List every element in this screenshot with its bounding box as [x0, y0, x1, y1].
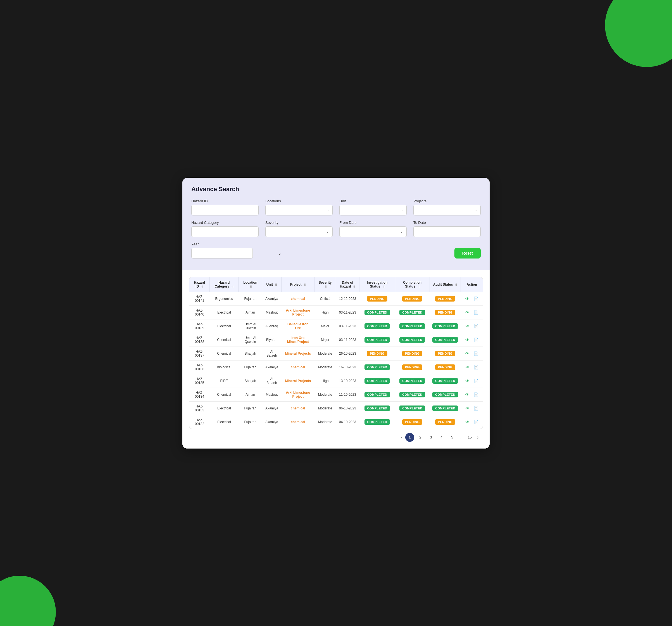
document-icon[interactable]: 📄 [473, 391, 480, 398]
view-icon[interactable]: 👁 [464, 364, 471, 371]
cell-hazard-id: HAZ-00134 [189, 388, 210, 401]
project-link[interactable]: Bailadila Iron Ore [287, 322, 308, 330]
cell-hazard-category: Chemical [210, 347, 239, 360]
view-icon[interactable]: 👁 [464, 405, 471, 412]
project-link[interactable]: chemical [291, 365, 305, 369]
view-icon[interactable]: 👁 [464, 309, 471, 316]
cell-severity: Major [314, 333, 336, 347]
search-title: Advance Search [191, 186, 481, 193]
cell-completion-status: COMPLETED [395, 333, 430, 347]
document-icon[interactable]: 📄 [473, 295, 480, 302]
prev-page-button[interactable]: ‹ [400, 435, 404, 440]
projects-select[interactable]: ⌄ [413, 205, 481, 215]
hazard-category-input[interactable] [191, 226, 259, 237]
sort-icon-severity[interactable]: ⇅ [325, 285, 327, 288]
cell-date: 06-10-2023 [336, 401, 359, 415]
project-link[interactable]: chemical [291, 297, 305, 301]
cell-completion-status: PENDING [395, 360, 430, 374]
cell-date: 03-11-2023 [336, 333, 359, 347]
page-3-button[interactable]: 3 [427, 433, 435, 442]
page-2-button[interactable]: 2 [416, 433, 425, 442]
cell-unit: Akamiya [262, 415, 281, 429]
project-link[interactable]: Arki Limestone Project [286, 308, 310, 316]
sort-icon-hazard-id[interactable]: ⇅ [201, 285, 203, 288]
view-icon[interactable]: 👁 [464, 418, 471, 426]
hazard-id-input[interactable] [191, 205, 259, 215]
project-link[interactable]: Iron Ore Mines/Project [287, 336, 309, 344]
page-4-button[interactable]: 4 [437, 433, 446, 442]
deco-circle-bottom [0, 576, 56, 626]
table-row: HAZ-00137 Chemical Sharjah Al Bataeh Min… [189, 347, 483, 360]
project-link[interactable]: chemical [291, 406, 305, 410]
project-link[interactable]: chemical [291, 420, 305, 424]
cell-hazard-category: FIRE [210, 374, 239, 388]
document-icon[interactable]: 📄 [473, 323, 480, 330]
severity-label: Severity [265, 221, 333, 225]
severity-select[interactable]: ⌄ [265, 226, 333, 237]
cell-completion-status: COMPLETED [395, 401, 430, 415]
locations-select[interactable]: ⌄ [265, 205, 333, 215]
unit-arrow: ⌄ [400, 208, 403, 212]
cell-unit: Masfout [262, 388, 281, 401]
sort-icon-completion[interactable]: ⇅ [417, 285, 419, 288]
locations-arrow: ⌄ [326, 208, 329, 212]
status-badge: COMPLETED [400, 392, 425, 397]
sort-icon-audit[interactable]: ⇅ [455, 283, 457, 286]
cell-project: Bailadila Iron Ore [281, 319, 314, 333]
cell-location: Fujairah [239, 292, 262, 305]
table-row: HAZ-00138 Chemical Umm Al Quwain Biyatah… [189, 333, 483, 347]
document-icon[interactable]: 📄 [473, 405, 480, 412]
view-icon[interactable]: 👁 [464, 350, 471, 357]
cell-date: 11-10-2023 [336, 388, 359, 401]
table-section: Hazard ID ⇅ Hazard Category ⇅ Location ⇅… [183, 270, 489, 448]
document-icon[interactable]: 📄 [473, 350, 480, 357]
from-date-arrow: ⌄ [400, 230, 403, 234]
view-icon[interactable]: 👁 [464, 336, 471, 344]
cell-unit: Biyatah [262, 333, 281, 347]
sort-icon-date[interactable]: ⇅ [353, 285, 355, 288]
sort-icon-unit[interactable]: ⇅ [275, 283, 277, 286]
document-icon[interactable]: 📄 [473, 309, 480, 316]
col-severity: Severity ⇅ [314, 277, 336, 292]
project-link[interactable]: Mineral Projects [285, 379, 311, 383]
page-15-button[interactable]: 15 [465, 433, 474, 442]
page-1-button[interactable]: 1 [405, 433, 414, 442]
to-date-input[interactable] [413, 226, 481, 237]
unit-select[interactable]: ⌄ [339, 205, 407, 215]
view-icon[interactable]: 👁 [464, 377, 471, 385]
hazard-id-label: Hazard ID [191, 199, 259, 203]
project-link[interactable]: Mineral Projects [285, 352, 311, 355]
sort-icon-category[interactable]: ⇅ [231, 285, 234, 288]
sort-icon-investigation[interactable]: ⇅ [382, 285, 385, 288]
sort-icon-location[interactable]: ⇅ [250, 285, 252, 288]
cell-hazard-id: HAZ-00132 [189, 415, 210, 429]
year-label: Year [191, 242, 253, 246]
page-5-button[interactable]: 5 [448, 433, 457, 442]
cell-action: 👁 📄 [461, 374, 483, 388]
cell-investigation-status: COMPLETED [359, 360, 395, 374]
document-icon[interactable]: 📄 [473, 418, 480, 426]
sort-icon-project[interactable]: ⇅ [304, 283, 306, 286]
status-badge: COMPLETED [400, 405, 425, 411]
reset-button[interactable]: Reset [454, 248, 481, 258]
from-date-select[interactable]: ⌄ [339, 226, 407, 237]
table-row: HAZ-00132 Electrical Fujairah Akamiya ch… [189, 415, 483, 429]
project-link[interactable]: Arki Limestone Project [286, 391, 310, 398]
document-icon[interactable]: 📄 [473, 364, 480, 371]
view-icon[interactable]: 👁 [464, 295, 471, 302]
year-input[interactable] [191, 248, 253, 258]
table-row: HAZ-00140 Electrical Ajman Masfout Arki … [189, 305, 483, 319]
table-body: HAZ-00141 Ergonomics Fujairah Akamiya ch… [189, 292, 483, 429]
status-badge: PENDING [435, 310, 455, 315]
cell-hazard-id: HAZ-00136 [189, 360, 210, 374]
action-icons: 👁 📄 [464, 364, 480, 371]
view-icon[interactable]: 👁 [464, 323, 471, 330]
next-page-button[interactable]: › [476, 435, 480, 440]
cell-completion-status: PENDING [395, 415, 430, 429]
view-icon[interactable]: 👁 [464, 391, 471, 398]
cell-location: Fujairah [239, 360, 262, 374]
status-badge: PENDING [435, 351, 455, 356]
document-icon[interactable]: 📄 [473, 377, 480, 385]
document-icon[interactable]: 📄 [473, 336, 480, 344]
cell-unit: Masfout [262, 305, 281, 319]
